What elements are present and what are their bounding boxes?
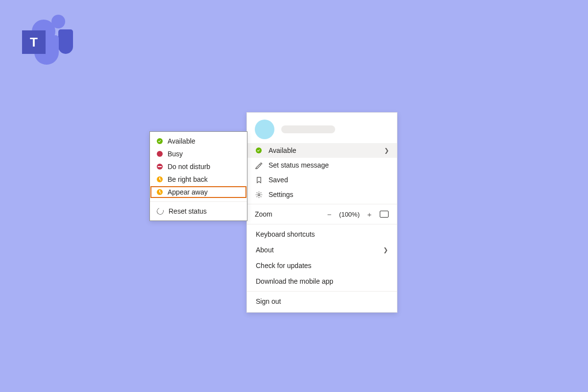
chevron-right-icon: ❯: [383, 246, 388, 253]
status-available-icon: [157, 138, 163, 144]
status-option-dnd[interactable]: Do not disturb: [150, 160, 247, 173]
status-available-icon: [255, 147, 263, 154]
zoom-controls: Zoom − (100%) +: [247, 204, 397, 224]
zoom-percent: (100%): [339, 211, 360, 218]
user-name-placeholder: [281, 125, 335, 133]
teams-logo: T: [22, 15, 76, 64]
chevron-right-icon: ❯: [384, 147, 389, 154]
status-reset-section: Reset status: [150, 202, 247, 220]
status-submenu: Available Busy Do not disturb Be right b…: [149, 131, 247, 221]
menu-item-label: Available: [269, 147, 378, 154]
status-label: Appear away: [168, 188, 208, 196]
menu-section-status: Available ❯ Set status message Saved Set…: [247, 141, 397, 204]
fullscreen-icon: [380, 211, 389, 218]
zoom-label: Zoom: [255, 210, 319, 218]
status-label: Reset status: [169, 207, 207, 215]
status-label: Do not disturb: [168, 163, 210, 171]
menu-item-sign-out[interactable]: Sign out: [247, 292, 397, 312]
status-reset[interactable]: Reset status: [150, 205, 247, 218]
menu-item-label: Check for updates: [256, 262, 388, 270]
edit-icon: [255, 161, 263, 169]
menu-item-label: Set status message: [269, 161, 389, 169]
bookmark-icon: [255, 176, 263, 184]
menu-section-more: Keyboard shortcuts About ❯ Check for upd…: [247, 224, 397, 291]
status-option-available[interactable]: Available: [150, 135, 247, 147]
menu-item-label: Saved: [269, 176, 389, 184]
status-dnd-icon: [157, 164, 163, 170]
menu-item-keyboard-shortcuts[interactable]: Keyboard shortcuts: [247, 226, 397, 242]
zoom-out-button[interactable]: −: [324, 209, 334, 219]
menu-item-check-updates[interactable]: Check for updates: [247, 258, 397, 273]
status-label: Busy: [168, 150, 183, 158]
profile-menu: Available ❯ Set status message Saved Set…: [246, 112, 397, 313]
menu-item-label: Download the mobile app: [256, 277, 388, 285]
logo-tile: T: [22, 30, 46, 54]
menu-item-download-mobile[interactable]: Download the mobile app: [247, 273, 397, 289]
menu-item-label: About: [256, 246, 383, 254]
status-options: Available Busy Do not disturb Be right b…: [150, 132, 247, 201]
menu-item-label: Keyboard shortcuts: [256, 230, 388, 238]
fullscreen-button[interactable]: [379, 209, 389, 219]
status-option-appear-away[interactable]: Appear away: [150, 186, 247, 198]
menu-item-saved[interactable]: Saved: [247, 172, 397, 187]
menu-item-label: Settings: [269, 191, 389, 198]
menu-item-settings[interactable]: Settings: [247, 187, 397, 202]
status-option-busy[interactable]: Busy: [150, 147, 247, 160]
status-brb-icon: [157, 176, 163, 182]
logo-shape: [58, 29, 73, 54]
status-option-brb[interactable]: Be right back: [150, 173, 247, 186]
zoom-in-button[interactable]: +: [365, 209, 374, 219]
svg-point-0: [258, 194, 260, 196]
menu-item-set-status[interactable]: Set status message: [247, 158, 397, 172]
menu-item-about[interactable]: About ❯: [247, 242, 397, 258]
menu-item-status[interactable]: Available ❯: [247, 143, 397, 158]
status-busy-icon: [157, 151, 163, 157]
avatar[interactable]: [255, 120, 274, 139]
status-label: Be right back: [168, 175, 208, 183]
profile-header: [247, 113, 397, 141]
status-away-icon: [157, 189, 163, 195]
menu-item-label: Sign out: [256, 297, 281, 305]
status-label: Available: [168, 137, 196, 145]
reset-icon: [156, 207, 165, 216]
gear-icon: [255, 191, 263, 198]
